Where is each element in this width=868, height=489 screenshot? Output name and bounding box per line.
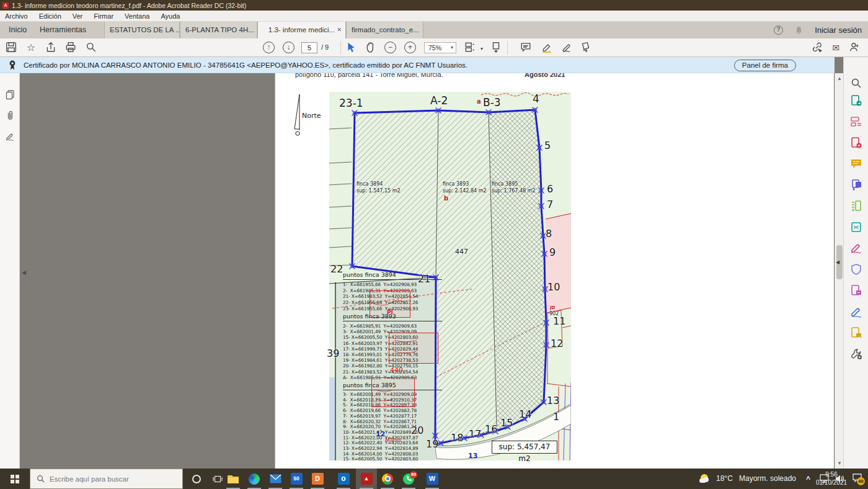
menu-firmar[interactable]: Firmar <box>94 12 113 20</box>
weather-description[interactable]: Mayorm. soleado <box>739 469 796 489</box>
signatures-pen-icon[interactable] <box>5 132 16 142</box>
combine-files-icon[interactable] <box>850 179 862 191</box>
point-1-label: 1 <box>553 412 559 422</box>
protect-shield-icon[interactable] <box>850 263 862 276</box>
red-pi-annotation: PI <box>387 309 393 315</box>
zoom-out-icon[interactable]: − <box>384 42 396 53</box>
select-tool-icon[interactable] <box>345 42 357 54</box>
panel-de-firma-button[interactable]: Panel de firma <box>734 60 796 71</box>
weather-temp[interactable]: 18°C <box>716 469 733 489</box>
title-bar: A 1.3- informe medicion teodoro martinez… <box>0 0 868 11</box>
fill-and-sign-icon[interactable] <box>850 242 862 254</box>
request-signatures-icon[interactable] <box>850 326 862 339</box>
adobe-app-icon: A <box>2 2 9 9</box>
file-explorer-button[interactable] <box>223 469 244 489</box>
vertical-scrollbar[interactable]: ▲ ▼ ◀ <box>835 73 843 469</box>
share-link-icon[interactable] <box>811 42 823 54</box>
tab-doc-planta[interactable]: 6-PLANTA TIPO 4H... <box>180 22 257 38</box>
help-icon[interactable]: ? <box>774 25 783 35</box>
share-upload-icon[interactable] <box>45 42 57 54</box>
menu-ventana[interactable]: Ventana <box>125 12 149 20</box>
tab-bar: Inicio Herramientas ESTATUTOS DE LA ... … <box>0 22 868 38</box>
tray-time: 9:56 <box>812 470 851 478</box>
find-tools-search-icon[interactable] <box>850 77 862 89</box>
acrobat-button[interactable]: ▲ <box>356 469 377 489</box>
scroll-down-icon[interactable]: ▼ <box>837 460 842 466</box>
outlook-button[interactable]: o <box>333 469 354 489</box>
print-icon[interactable] <box>64 42 77 54</box>
page-thumbnails-icon[interactable] <box>5 89 16 100</box>
finca-name: finca 3893 <box>443 181 487 188</box>
media-app-button[interactable]: D <box>307 469 328 489</box>
word-button[interactable]: W <box>422 469 443 489</box>
zoom-level-select[interactable]: 75% ▾ <box>424 42 456 53</box>
fill-sign-icon[interactable] <box>560 42 573 54</box>
bell-icon[interactable] <box>794 25 804 35</box>
start-button[interactable] <box>0 469 30 489</box>
menu-archivo[interactable]: Archivo <box>5 12 28 20</box>
export-pdf-icon[interactable] <box>850 94 862 107</box>
sage50-button[interactable]: 50 <box>286 469 307 489</box>
menu-edicion[interactable]: Edición <box>39 12 61 20</box>
chrome-button[interactable] <box>377 469 398 489</box>
taskbar-search-input[interactable] <box>50 475 167 483</box>
scan-ocr-icon[interactable] <box>850 284 862 297</box>
tab-close-icon[interactable]: ✕ <box>337 22 342 38</box>
more-tools-wrench-icon[interactable] <box>850 348 862 360</box>
scroll-up-icon[interactable]: ▲ <box>837 76 842 81</box>
account-person-icon[interactable] <box>848 42 861 54</box>
next-page-icon[interactable]: ↓ <box>283 42 294 53</box>
comment-tool-icon[interactable] <box>850 158 862 170</box>
page-number-input[interactable] <box>301 42 317 53</box>
collapse-right-panel-icon[interactable]: ◀ <box>836 259 839 265</box>
create-pdf-icon[interactable] <box>850 137 862 149</box>
whatsapp-button[interactable]: 99 <box>398 469 419 489</box>
tab-inicio[interactable]: Inicio <box>5 22 30 38</box>
compress-pdf-icon[interactable] <box>850 221 862 233</box>
parcel-902-label: 902 <box>549 312 559 316</box>
email-icon[interactable]: ✉ <box>830 42 842 54</box>
tab-herramientas[interactable]: Herramientas <box>36 22 90 38</box>
page-fit-icon[interactable] <box>464 42 476 54</box>
zoom-in-icon[interactable]: + <box>404 42 416 53</box>
cortana-icon <box>192 475 201 483</box>
highlight-icon[interactable] <box>541 42 553 54</box>
previous-page-icon[interactable]: ↑ <box>263 42 275 53</box>
star-icon[interactable]: ☆ <box>25 42 37 54</box>
taskbar-search-icon <box>37 475 45 483</box>
tab-doc-contrato[interactable]: firmado_contrato_e... <box>346 22 423 38</box>
edge-button[interactable] <box>244 469 265 489</box>
save-icon[interactable] <box>5 42 17 54</box>
left-panel-rail <box>0 73 20 469</box>
menu-ayuda[interactable]: Ayuda <box>161 12 180 20</box>
taskbar-clock[interactable]: 9:56 01/10/2021 <box>812 470 851 487</box>
edit-pdf-icon[interactable] <box>850 115 862 128</box>
search-icon[interactable] <box>85 42 97 54</box>
comment-icon[interactable] <box>520 42 532 54</box>
menu-ver[interactable]: Ver <box>73 12 83 20</box>
mail-button[interactable] <box>265 469 286 489</box>
red-stamp-annotation <box>371 377 415 407</box>
collapse-left-panel-icon[interactable]: ◀ <box>22 269 26 276</box>
scrolling-mode-icon[interactable] <box>490 42 502 54</box>
whatsapp-badge: 99 <box>410 471 417 478</box>
attachments-paperclip-icon[interactable] <box>5 110 16 121</box>
tray-chevron-icon[interactable]: ^ <box>806 469 810 489</box>
weather-icon[interactable] <box>699 473 710 484</box>
cortana-button[interactable] <box>186 469 207 489</box>
certificates-pen-icon[interactable] <box>850 305 862 318</box>
vertex-label: 20 <box>411 426 423 436</box>
notification-center-icon[interactable]: 40 <box>852 473 862 485</box>
tab-doc-estatutos[interactable]: ESTATUTOS DE LA ... <box>104 22 180 38</box>
sign-in-button[interactable]: Iniciar sesión <box>815 25 862 35</box>
tab-doc-informe-active[interactable]: 1.3- informe medici... ✕ <box>257 22 346 38</box>
finca-sup: sup: 1.767,48 m2 <box>492 188 536 195</box>
tools-rail <box>843 57 868 469</box>
word-icon: W <box>427 473 438 485</box>
page-fit-caret-icon[interactable]: ▾ <box>476 42 488 54</box>
hand-tool-icon[interactable] <box>365 42 377 54</box>
stamp-tool-icon[interactable] <box>579 42 591 54</box>
taskbar-search[interactable] <box>30 469 183 489</box>
acrobat-icon: ▲ <box>361 473 373 485</box>
organize-pages-icon[interactable] <box>850 200 862 212</box>
